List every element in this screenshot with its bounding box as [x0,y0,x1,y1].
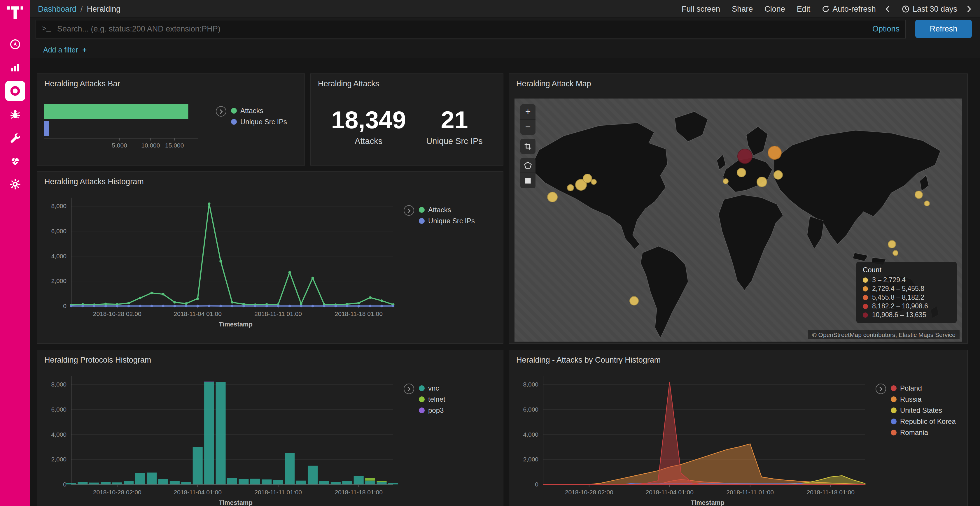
legend-toggle-icon[interactable] [404,205,414,216]
breadcrumb-dashboard-link[interactable]: Dashboard [38,5,76,13]
legend-item[interactable]: Republic of Korea [891,417,956,425]
refresh-cycle-icon [822,5,829,13]
sidebar-item-health[interactable] [5,151,25,171]
legend-item[interactable]: Unique Src IPs [419,217,475,225]
share-button[interactable]: Share [732,5,753,13]
svg-text:2018-11-04 01:00: 2018-11-04 01:00 [174,311,222,317]
attack-location-circle[interactable] [892,250,898,256]
map-legend-item[interactable]: 5,455.8 – 8,182.2 [863,294,950,301]
svg-text:4,000: 4,000 [523,431,538,438]
attack-location-circle[interactable] [888,240,896,248]
sidebar-item-bug[interactable] [5,104,25,124]
search-input[interactable] [56,24,867,34]
bug-icon [9,108,21,120]
draw-polygon-button[interactable] [520,158,536,173]
attack-location-circle[interactable] [567,184,574,191]
svg-text:2018-11-04 01:00: 2018-11-04 01:00 [174,489,222,495]
metric-attacks: 18,349 Attacks [331,108,406,146]
refresh-button[interactable]: Refresh [915,20,972,38]
legend-item[interactable]: Poland [891,384,956,392]
sidebar-item-tools[interactable] [5,128,25,148]
fit-bounds-button[interactable] [520,139,536,154]
legend-item[interactable]: Russia [891,395,956,403]
svg-text:0: 0 [63,481,67,488]
attack-location-circle[interactable] [547,192,558,202]
map-legend-item[interactable]: 8,182.2 – 10,908.6 [863,303,950,309]
attack-location-circle[interactable] [737,149,752,164]
fullscreen-button[interactable]: Full screen [682,5,720,13]
legend-label: Poland [900,384,922,392]
search-options-link[interactable]: Options [872,24,899,33]
auto-refresh-button[interactable]: Auto-refresh [822,5,876,13]
svg-text:0: 0 [63,303,67,309]
legend-dot-icon [891,385,897,391]
map-legend-item[interactable]: 3 – 2,729.4 [863,276,950,283]
time-forward-button[interactable] [967,5,972,13]
clone-button[interactable]: Clone [764,5,785,13]
svg-text:2018-11-18 01:00: 2018-11-18 01:00 [335,311,383,317]
draw-rectangle-button[interactable] [520,173,536,188]
legend-item[interactable]: pop3 [419,406,445,414]
legend-toggle-icon[interactable] [216,106,226,117]
time-range-button[interactable]: Last 30 days [902,5,957,13]
attack-location-circle[interactable] [767,146,781,160]
svg-text:10,000: 10,000 [141,142,160,149]
dashboard-canvas: Heralding Attacks Bar 5,00010,00015,000 … [30,58,980,506]
attack-location-circle[interactable] [591,179,597,185]
search-bar-row: >_ Options Refresh [30,18,980,40]
legend-item[interactable]: Attacks [419,206,475,214]
sidebar [0,0,30,506]
sidebar-item-charts[interactable] [5,58,25,78]
sidebar-item-settings[interactable] [5,174,25,194]
attack-location-circle[interactable] [737,168,746,177]
attack-location-circle[interactable] [723,178,729,184]
legend-toggle-icon[interactable] [404,384,414,394]
legend-dot-icon [419,385,425,391]
edit-button[interactable]: Edit [797,5,811,13]
world-map[interactable]: + − [514,98,962,342]
legend-item[interactable]: United States [891,406,956,414]
time-back-button[interactable] [885,5,891,13]
legend-item[interactable]: vnc [419,384,445,392]
attacks-histogram-chart[interactable]: 02,0004,0006,0008,0002018-10-28 02:00201… [38,189,400,335]
protocols-histogram-chart[interactable]: 02,0004,0006,0008,0002018-10-28 02:00201… [38,368,400,506]
compass-icon [9,38,21,50]
terminal-prompt-icon: >_ [42,25,51,33]
legend-dot-icon [419,207,425,213]
svg-text:2018-11-18 01:00: 2018-11-18 01:00 [335,489,383,495]
zoom-out-button[interactable]: − [520,119,536,135]
legend-item[interactable]: telnet [419,395,445,403]
map-legend-dot-icon [863,303,868,309]
svg-text:15,000: 15,000 [165,142,184,149]
chevron-left-icon [885,5,891,13]
attacks-bar-chart[interactable]: 5,00010,00015,000 [42,101,217,157]
map-legend-dot-icon [863,312,868,317]
legend-dot-icon [419,218,425,224]
sidebar-item-current-dashboard[interactable] [5,81,25,101]
legend-toggle-icon[interactable] [876,384,886,394]
sidebar-item-dashboard[interactable] [5,34,25,54]
attack-location-circle[interactable] [915,190,923,198]
auto-refresh-label: Auto-refresh [832,5,876,13]
map-legend-item[interactable]: 2,729.4 – 5,455.8 [863,285,950,292]
zoom-in-button[interactable]: + [520,104,536,119]
top-navbar: Dashboard / Heralding Full screen Share … [30,0,980,18]
svg-text:2,000: 2,000 [51,456,67,463]
legend-item[interactable]: Attacks [231,107,287,115]
svg-text:8,000: 8,000 [51,203,67,209]
attack-location-circle[interactable] [924,200,930,206]
panel-title: Heralding Attacks Histogram [37,172,503,188]
legend-item[interactable]: Romania [891,428,956,437]
map-legend-item[interactable]: 10,908.6 – 13,635 [863,311,950,318]
map-legend-range: 8,182.2 – 10,908.6 [872,303,928,309]
telekom-logo-icon[interactable] [6,3,24,23]
svg-text:6,000: 6,000 [523,406,538,413]
country-histogram-chart[interactable]: 02,0004,0006,0008,0002018-10-28 02:00201… [511,368,872,506]
attack-location-circle[interactable] [629,297,639,306]
attack-location-circle[interactable] [757,177,767,187]
map-legend-range: 10,908.6 – 13,635 [872,311,926,318]
add-filter-link[interactable]: Add a filter + [43,46,87,54]
attack-location-circle[interactable] [773,171,783,180]
legend-item[interactable]: Unique Src IPs [231,118,287,126]
map-attribution-link[interactable]: © OpenStreetMap contributors, Elastic Ma… [808,330,959,339]
